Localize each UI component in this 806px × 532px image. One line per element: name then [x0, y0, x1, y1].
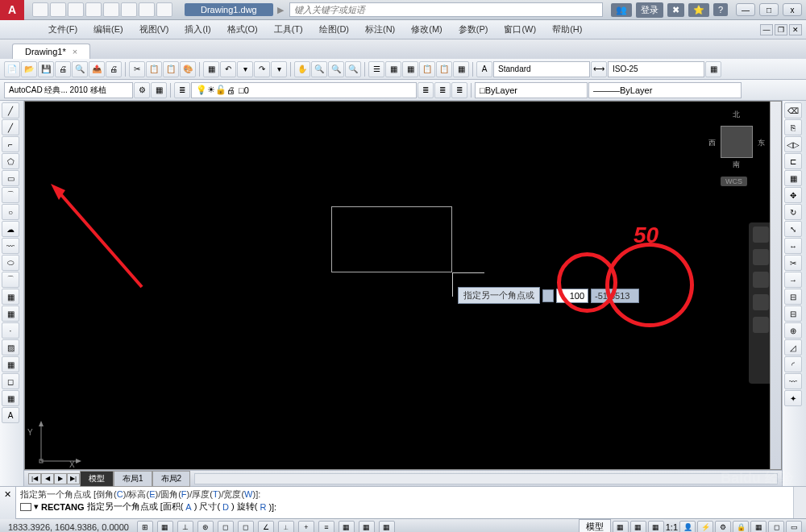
menu-insert[interactable]: 插入(I) — [177, 21, 218, 38]
cmd-scrollbar[interactable] — [793, 487, 806, 518]
doc-close[interactable]: ✕ — [789, 24, 802, 35]
workspace-combo[interactable]: AutoCAD 经典... 2010 移植 — [4, 82, 133, 98]
table-tool[interactable]: ▦ — [2, 390, 19, 406]
command-text[interactable]: 指定第一个角点或 [倒角(C)/标高(E)/圆角(F)/厚度(T)/宽度(W)]… — [16, 487, 793, 518]
palette-icon[interactable]: ▦ — [402, 61, 418, 77]
layer-iso-icon[interactable]: ≣ — [434, 82, 451, 98]
drawing-canvas[interactable]: 指定另一个角点或 -51.8513 50 Y X 北 南 — [24, 101, 782, 470]
nav-orbit-icon[interactable] — [753, 294, 769, 310]
layer-props-icon[interactable]: ≣ — [174, 82, 190, 98]
layer-prev-icon[interactable]: ≣ — [451, 82, 467, 98]
layout-next[interactable]: ▶ — [54, 473, 67, 484]
help-icon[interactable]: ? — [713, 3, 728, 16]
preview-icon[interactable]: 🔍 — [72, 61, 88, 77]
break-tool[interactable]: ⊟ — [784, 289, 802, 305]
make-block-tool[interactable]: ▦ — [2, 305, 19, 322]
tab-close-icon[interactable]: × — [73, 47, 77, 56]
zoom-window-icon[interactable]: 🔍 — [328, 61, 344, 77]
anno-auto-icon[interactable]: ⚡ — [697, 521, 713, 533]
block-icon[interactable]: ▦ — [203, 61, 219, 77]
anno-visibility-icon[interactable]: 👤 — [679, 521, 696, 533]
fillet-tool[interactable]: ◜ — [784, 356, 802, 372]
pan-icon[interactable]: ✋ — [294, 61, 310, 77]
open-icon[interactable]: 📂 — [21, 61, 37, 77]
insert-block-tool[interactable]: ▦ — [2, 289, 19, 305]
revcloud-tool[interactable]: ☁ — [2, 221, 19, 237]
color-combo[interactable]: □ ByLayer — [475, 82, 588, 98]
lineweight-icon[interactable]: ≡ — [318, 521, 334, 533]
mirror-tool[interactable]: ◁▷ — [784, 136, 802, 152]
snap-mode-icon[interactable]: ⊞ — [137, 521, 153, 533]
qat-new[interactable] — [32, 2, 48, 17]
gradient-tool[interactable]: ▦ — [2, 356, 19, 372]
spline-tool[interactable]: 〰 — [2, 238, 19, 254]
menu-params[interactable]: 参数(P) — [451, 21, 496, 38]
circle-tool[interactable]: ○ — [2, 204, 19, 220]
osnap-icon[interactable]: ◻ — [218, 521, 234, 533]
app-logo[interactable]: A — [0, 0, 24, 20]
menu-annotate[interactable]: 标注(N) — [357, 21, 403, 38]
print-icon[interactable]: 🖨 — [55, 61, 71, 77]
explode-tool[interactable]: ✦ — [784, 390, 802, 406]
search-input[interactable] — [289, 2, 603, 17]
break2-tool[interactable]: ⊟ — [784, 305, 802, 322]
new-icon[interactable]: 📄 — [4, 61, 20, 77]
undo-icon[interactable]: ↶ — [220, 61, 236, 77]
move-tool[interactable]: ✥ — [784, 187, 802, 203]
table-style-icon[interactable]: ▦ — [705, 61, 721, 77]
layer-state-icon[interactable]: ≣ — [418, 82, 434, 98]
ortho-icon[interactable]: ⊥ — [177, 521, 193, 533]
tab-layout2[interactable]: 布局2 — [152, 471, 191, 487]
erase-tool[interactable]: ⌫ — [784, 102, 802, 118]
nav-wheel-icon[interactable] — [753, 227, 769, 243]
dyn-input-icon[interactable]: + — [298, 521, 314, 533]
scale-tool[interactable]: ⤡ — [784, 221, 802, 237]
toolbar-lock-icon[interactable]: 🔒 — [733, 521, 749, 533]
cube-west[interactable]: 西 — [708, 138, 716, 148]
workspace-save-icon[interactable]: ▦ — [151, 82, 167, 98]
cmd-close-button[interactable]: ✕ — [0, 487, 16, 519]
grid-icon[interactable]: ▦ — [157, 521, 173, 533]
xline-tool[interactable]: ╱ — [2, 119, 19, 135]
osnap3d-icon[interactable]: ◻ — [238, 521, 254, 533]
qprops-icon[interactable]: ▦ — [359, 521, 375, 533]
ducs-icon[interactable]: ⟂ — [278, 521, 294, 533]
region-tool[interactable]: ◻ — [2, 373, 19, 389]
ellipse-arc-tool[interactable]: ⌒ — [2, 272, 19, 288]
workspace-switch-icon[interactable]: ⚙ — [715, 521, 731, 533]
plot-icon[interactable]: 🖨 — [106, 61, 122, 77]
tab-drawing1[interactable]: Drawing1* × — [12, 44, 90, 59]
doc-minimize[interactable]: — — [760, 24, 773, 35]
qat-undo[interactable] — [121, 2, 137, 17]
workspace-settings-icon[interactable]: ⚙ — [134, 82, 150, 98]
rotate-tool[interactable]: ↻ — [784, 204, 802, 220]
properties-icon[interactable]: ☰ — [368, 61, 384, 77]
chamfer-tool[interactable]: ◿ — [784, 339, 802, 355]
exchange-icon[interactable]: ✖ — [667, 3, 684, 17]
extend-tool[interactable]: → — [784, 272, 802, 288]
quickview-layouts-icon[interactable]: ▦ — [613, 521, 629, 533]
infocenter-icon[interactable]: 👥 — [611, 3, 632, 17]
nav-showmotion-icon[interactable] — [753, 317, 769, 333]
layer-combo[interactable]: 💡 ☀ 🔓 🖨 □ 0 — [191, 82, 417, 98]
hatch-tool[interactable]: ▨ — [2, 339, 19, 355]
dim-style-combo[interactable]: ISO-25 — [608, 61, 704, 77]
dcenter-icon[interactable]: ▦ — [385, 61, 401, 77]
dim-style-icon[interactable]: ⟷ — [591, 61, 607, 77]
quickview-drawings-icon[interactable]: ▦ — [630, 521, 646, 533]
point-tool[interactable]: · — [2, 322, 19, 339]
save-icon[interactable]: 💾 — [38, 61, 54, 77]
transparency-icon[interactable]: ▦ — [339, 521, 355, 533]
copy-tool[interactable]: ⎘ — [784, 119, 802, 135]
menu-help[interactable]: 帮助(H) — [544, 21, 590, 38]
favorite-icon[interactable]: ⭐ — [688, 3, 709, 17]
sheet-icon[interactable]: 📋 — [419, 61, 435, 77]
qat-open[interactable] — [50, 2, 66, 17]
nav-pan-icon[interactable] — [753, 249, 769, 265]
tab-layout1[interactable]: 布局1 — [114, 471, 152, 487]
publish-icon[interactable]: 📤 — [89, 61, 105, 77]
redo-dropdown[interactable]: ▾ — [271, 61, 287, 77]
qat-saveas[interactable] — [85, 2, 102, 17]
menu-file[interactable]: 文件(F) — [40, 21, 85, 38]
calc-icon[interactable]: ▦ — [453, 61, 469, 77]
